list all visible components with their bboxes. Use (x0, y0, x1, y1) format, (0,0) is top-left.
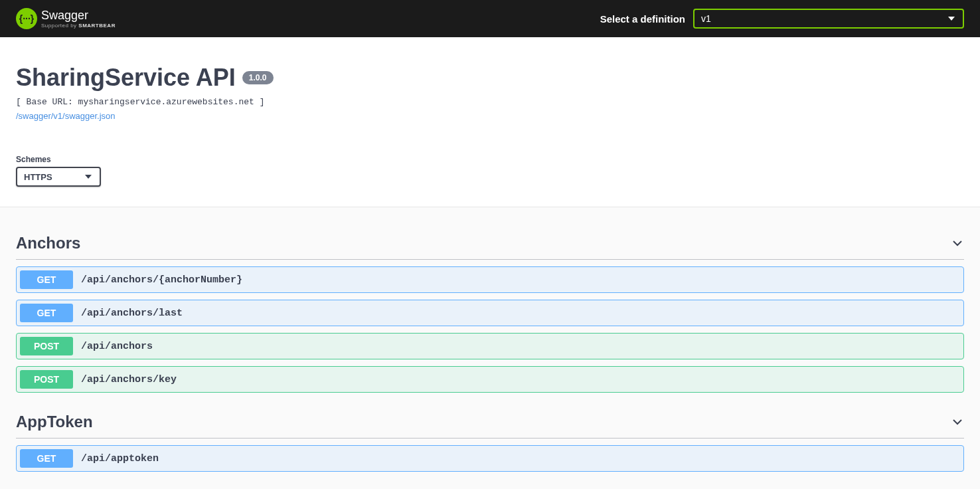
swagger-logo-icon: {···} (16, 8, 37, 29)
base-url: [ Base URL: mysharingservice.azurewebsit… (16, 97, 964, 107)
api-title: SharingService API (16, 64, 236, 92)
operation-row[interactable]: POST/api/anchors (16, 333, 964, 359)
chevron-down-icon (951, 415, 964, 429)
operation-path: /api/apptoken (81, 453, 159, 464)
definition-label: Select a definition (600, 13, 685, 25)
schemes-section: Schemes HTTPS (0, 142, 980, 207)
method-badge: GET (20, 449, 73, 468)
tag-header[interactable]: AppToken (16, 406, 964, 439)
operation-path: /api/anchors/key (81, 374, 177, 385)
operation-path: /api/anchors (81, 341, 153, 352)
method-badge: GET (20, 304, 73, 322)
definition-selector-area: Select a definition v1 (600, 9, 964, 29)
operation-row[interactable]: POST/api/anchors/key (16, 366, 964, 393)
tag-name: AppToken (16, 413, 93, 431)
topbar: {···} Swagger Supported by SMARTBEAR Sel… (0, 0, 980, 37)
info-section: SharingService API 1.0.0 [ Base URL: mys… (0, 37, 980, 142)
brand-supported-by: Supported by SMARTBEAR (41, 23, 116, 29)
chevron-down-icon (951, 237, 964, 250)
tag-name: Anchors (16, 234, 80, 252)
schemes-select[interactable]: HTTPS (16, 167, 101, 187)
tag-section: AppTokenGET/api/apptoken (16, 406, 964, 472)
operation-row[interactable]: GET/api/apptoken (16, 445, 964, 472)
schemes-label: Schemes (16, 155, 964, 164)
method-badge: GET (20, 270, 73, 289)
operation-row[interactable]: GET/api/anchors/{anchorNumber} (16, 266, 964, 293)
operation-row[interactable]: GET/api/anchors/last (16, 300, 964, 326)
logo-area: {···} Swagger Supported by SMARTBEAR (16, 8, 116, 29)
definition-select[interactable]: v1 (693, 9, 964, 29)
method-badge: POST (20, 337, 73, 355)
operation-path: /api/anchors/{anchorNumber} (81, 274, 242, 286)
tag-header[interactable]: Anchors (16, 227, 964, 260)
operations-container: AnchorsGET/api/anchors/{anchorNumber}GET… (0, 207, 980, 489)
swagger-logo[interactable]: {···} Swagger Supported by SMARTBEAR (16, 8, 116, 29)
method-badge: POST (20, 370, 73, 389)
operation-path: /api/anchors/last (81, 308, 183, 319)
swagger-json-link[interactable]: /swagger/v1/swagger.json (16, 111, 116, 121)
version-badge: 1.0.0 (242, 71, 274, 84)
brand-name: Swagger (41, 9, 116, 23)
tag-section: AnchorsGET/api/anchors/{anchorNumber}GET… (16, 227, 964, 393)
